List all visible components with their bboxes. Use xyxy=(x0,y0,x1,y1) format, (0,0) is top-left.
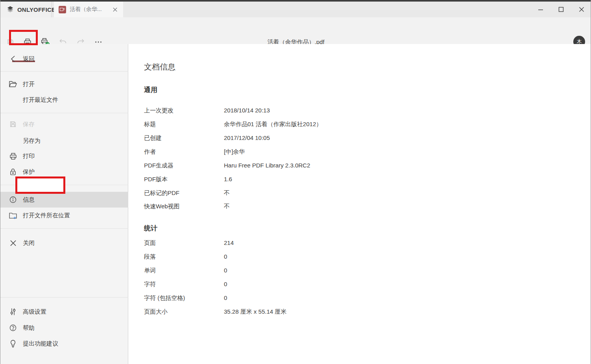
settings-sliders-icon xyxy=(9,307,17,316)
info-label: 字符 xyxy=(144,281,156,288)
info-label: 段落 xyxy=(144,253,156,261)
minimize-button[interactable] xyxy=(531,2,550,17)
tab-close-icon[interactable] xyxy=(111,5,119,14)
sidebar-item-open[interactable]: 打开 xyxy=(0,76,128,92)
section-title-statistics: 统计 xyxy=(144,224,157,233)
back-chevron-icon xyxy=(9,55,17,63)
file-menu-sidebar: 返回 打开 打开最近文件 保存 另存为 打印 保护 xyxy=(0,44,128,364)
onlyoffice-layers-icon xyxy=(6,6,15,13)
info-value: 余华作品01 活着（作家出版社2012） xyxy=(224,121,322,128)
info-label: 单词 xyxy=(144,267,156,274)
info-label: 已创建 xyxy=(144,134,162,142)
document-info-panel: 文档信息 通用 上一次更改 2018/10/14 20:13 标题 余华作品01… xyxy=(129,44,591,364)
app-logo[interactable]: ONLYOFFICE xyxy=(0,2,52,17)
sidebar-item-suggest-feature[interactable]: 提出功能建议 xyxy=(0,336,128,351)
info-value: 2018/10/14 20:13 xyxy=(224,107,270,114)
info-label: 作者 xyxy=(144,148,156,156)
info-label: 页面大小 xyxy=(144,308,168,316)
sidebar-item-protect[interactable]: 保护 xyxy=(0,164,128,180)
info-value: 0 xyxy=(224,253,227,260)
toolbar: 活着（余华作品）.pdf 木 文件 开始 批注 视图 插件 AI 批注 xyxy=(0,17,591,44)
folder-open-icon xyxy=(9,80,17,88)
sidebar-item-help[interactable]: 帮助 xyxy=(0,320,128,336)
sidebar-item-save-as[interactable]: 另存为 xyxy=(0,133,128,149)
info-value: 不 xyxy=(224,203,230,210)
info-value: 0 xyxy=(224,267,227,274)
info-value: 35.28 厘米 x 55.14 厘米 xyxy=(224,308,286,316)
maximize-button[interactable] xyxy=(551,2,571,17)
sidebar-divider xyxy=(0,228,128,229)
info-value: 0 xyxy=(224,294,227,301)
document-tab[interactable]: 活着（余华... xyxy=(54,2,123,17)
info-value: 0 xyxy=(224,281,227,287)
close-x-icon xyxy=(9,239,17,247)
info-label: PDF生成器 xyxy=(144,162,174,169)
lightbulb-icon xyxy=(9,339,17,348)
annotation-box-file xyxy=(9,30,38,45)
sidebar-item-back[interactable]: 返回 xyxy=(0,51,128,67)
info-label: PDF版本 xyxy=(144,176,168,183)
sidebar-item-open-file-location[interactable]: 打开文件所在位置 xyxy=(0,208,128,223)
info-label: 快速Web视图 xyxy=(144,203,180,210)
info-label: 已标记的PDF xyxy=(144,189,179,197)
info-value: 214 xyxy=(224,239,234,246)
info-label: 页面 xyxy=(144,239,156,247)
info-value: [中]余华 xyxy=(224,148,245,156)
section-title-general: 通用 xyxy=(144,85,157,94)
pdf-document-icon xyxy=(59,6,66,13)
window-close-button[interactable] xyxy=(572,2,591,17)
sidebar-item-save[interactable]: 保存 xyxy=(0,116,128,132)
sidebar-divider xyxy=(0,113,128,113)
folder-location-icon xyxy=(9,211,17,220)
info-value: Haru Free PDF Library 2.3.0RC2 xyxy=(224,162,310,169)
sidebar-item-close[interactable]: 关闭 xyxy=(0,235,128,251)
info-label: 上一次更改 xyxy=(144,107,174,114)
sidebar-divider xyxy=(0,297,128,298)
page-title: 文档信息 xyxy=(144,62,175,72)
sidebar-item-info[interactable]: 信息 xyxy=(0,192,128,208)
help-icon xyxy=(9,324,17,332)
app-window: ONLYOFFICE 活着（余华... xyxy=(0,0,591,364)
info-icon xyxy=(9,195,17,204)
sidebar-item-open-recent[interactable]: 打开最近文件 xyxy=(0,92,128,108)
app-logo-text: ONLYOFFICE xyxy=(17,6,55,13)
printer-icon xyxy=(9,152,17,160)
sidebar-item-advanced-settings[interactable]: 高级设置 xyxy=(0,304,128,320)
save-icon xyxy=(9,120,17,129)
info-label: 字符 (包括空格) xyxy=(144,294,185,302)
info-value: 1.6 xyxy=(224,176,232,182)
lock-icon xyxy=(9,167,17,176)
info-value: 不 xyxy=(224,189,230,197)
sidebar-item-print[interactable]: 打印 xyxy=(0,148,128,164)
info-value: 2017/12/04 10:05 xyxy=(224,134,270,141)
document-tab-label: 活着（余华... xyxy=(70,6,111,13)
info-label: 标题 xyxy=(144,121,156,128)
tab-bar: ONLYOFFICE 活着（余华... xyxy=(0,2,591,17)
sidebar-divider xyxy=(0,71,128,72)
